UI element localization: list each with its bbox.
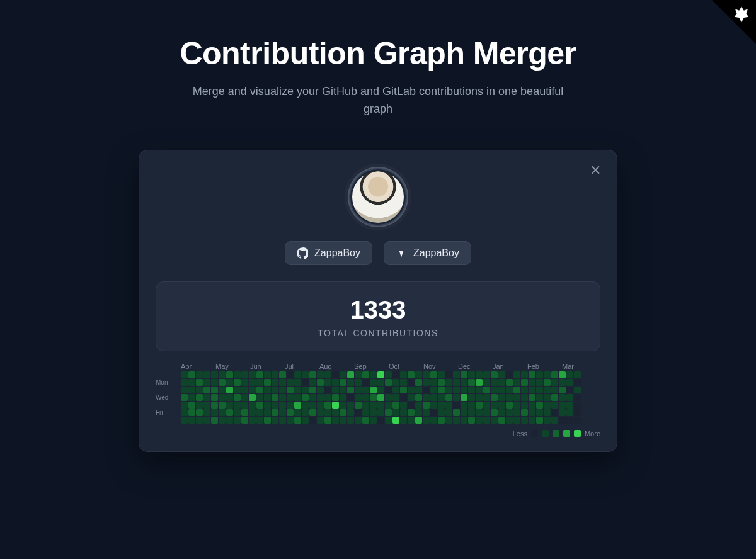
calendar-week: [536, 371, 543, 424]
calendar-week: [340, 371, 346, 424]
avatar: [350, 169, 406, 225]
calendar-day: [219, 379, 226, 386]
calendar-day: [476, 409, 483, 416]
gitlab-chip[interactable]: ZappaBoy: [384, 241, 471, 265]
calendar-day: [347, 417, 354, 424]
calendar-day: [317, 417, 324, 424]
calendar-day: [574, 379, 581, 386]
calendar-day: [529, 387, 536, 393]
calendar-legend: Less More: [156, 430, 600, 438]
calendar-day: [294, 394, 301, 401]
calendar-day: [513, 394, 520, 401]
github-chip[interactable]: ZappaBoy: [285, 241, 372, 265]
calendar-day: [453, 417, 460, 424]
calendar-day: [506, 409, 513, 416]
calendar-day: [309, 409, 316, 416]
calendar-day: [294, 409, 301, 416]
contribution-calendar: AprMayJunJulAugSepOctNovDecJanFebMar Mon…: [156, 363, 600, 438]
calendar-day: [483, 371, 490, 378]
legend-swatch-2: [553, 430, 559, 437]
calendar-day: [408, 379, 415, 386]
calendar-day: [234, 402, 241, 409]
calendar-day: [370, 417, 377, 424]
calendar-day: [544, 417, 551, 424]
calendar-day: [453, 394, 460, 401]
corner-ribbon[interactable]: [712, 0, 756, 44]
calendar-week: [226, 371, 233, 424]
calendar-day: [574, 409, 581, 416]
calendar-week: [294, 371, 301, 424]
calendar-day: [566, 394, 573, 401]
gitlab-icon: [396, 247, 407, 259]
calendar-day: [491, 379, 498, 386]
calendar-day: [347, 409, 354, 416]
total-contributions-value: 1333: [163, 296, 593, 324]
calendar-day: [498, 417, 505, 424]
calendar-day: [370, 409, 377, 416]
legend-swatch-1: [542, 430, 549, 437]
calendar-day: [468, 371, 475, 378]
calendar-day: [287, 371, 294, 378]
calendar-day: [461, 379, 467, 386]
calendar-day: [196, 409, 203, 416]
calendar-day: [468, 394, 475, 401]
calendar-day: [279, 387, 286, 393]
calendar-day: [272, 402, 278, 409]
calendar-day: [392, 417, 399, 424]
calendar-day: [551, 387, 558, 393]
calendar-day: [226, 387, 233, 393]
calendar-day: [506, 402, 513, 409]
calendar-day: [430, 379, 437, 386]
calendar-day: [468, 379, 475, 386]
calendar-day: [544, 387, 551, 393]
calendar-day: [529, 371, 536, 378]
calendar-day: [385, 394, 392, 401]
calendar-day: [498, 402, 505, 409]
calendar-day: [249, 379, 256, 386]
calendar-day: [513, 379, 520, 386]
calendar-day: [385, 387, 392, 393]
calendar-day: [408, 409, 415, 416]
calendar-day: [423, 371, 430, 378]
close-button[interactable]: ✕: [587, 162, 604, 179]
calendar-day: [536, 371, 543, 378]
calendar-week: [211, 371, 218, 424]
calendar-day: [181, 409, 188, 416]
day-label: Wed: [156, 394, 181, 401]
calendar-day: [264, 371, 271, 378]
calendar-day: [203, 409, 210, 416]
calendar-day: [392, 387, 399, 393]
calendar-day: [324, 387, 331, 393]
calendar-week: [476, 371, 483, 424]
calendar-day: [188, 394, 195, 401]
calendar-day: [332, 394, 339, 401]
calendar-day: [241, 371, 248, 378]
calendar-day: [234, 379, 241, 386]
calendar-day: [445, 402, 452, 409]
calendar-day: [256, 394, 263, 401]
calendar-day: [377, 379, 384, 386]
month-label: Mar: [562, 363, 597, 370]
calendar-day: [506, 387, 513, 393]
calendar-day: [264, 402, 271, 409]
calendar-day: [529, 402, 536, 409]
calendar-day: [392, 409, 399, 416]
calendar-day: [574, 417, 581, 424]
calendar-day: [309, 379, 316, 386]
calendar-day: [566, 379, 573, 386]
month-label: Jun: [250, 363, 285, 370]
calendar-day: [234, 394, 241, 401]
calendar-day: [461, 387, 467, 393]
calendar-day: [385, 409, 392, 416]
calendar-day: [196, 394, 203, 401]
calendar-day: [453, 402, 460, 409]
calendar-day: [445, 379, 452, 386]
calendar-day: [302, 417, 309, 424]
calendar-week: [302, 371, 309, 424]
calendar-day: [264, 379, 271, 386]
calendar-day: [529, 409, 536, 416]
calendar-day: [317, 379, 324, 386]
calendar-week: [249, 371, 256, 424]
calendar-day: [317, 394, 324, 401]
calendar-day: [203, 417, 210, 424]
